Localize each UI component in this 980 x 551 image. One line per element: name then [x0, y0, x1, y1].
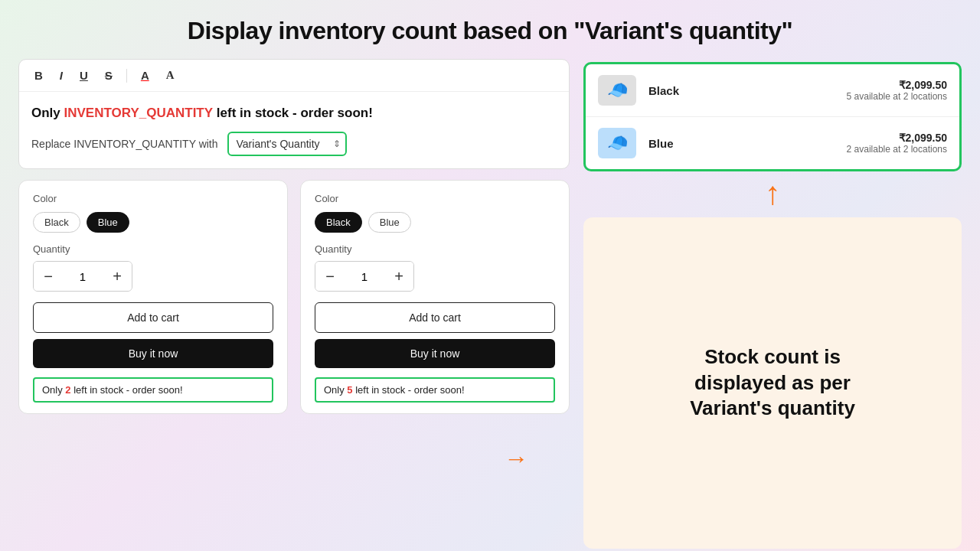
inv-price-block-blue: ₹2,099.50 2 available at 2 locations: [847, 132, 947, 155]
qty-value-right: 1: [345, 270, 384, 283]
inventory-quantity-placeholder: INVENTORY_QUANTITY: [64, 106, 214, 120]
qty-plus-right[interactable]: +: [384, 262, 413, 291]
qty-label-left: Quantity: [33, 243, 273, 255]
add-to-cart-right[interactable]: Add to cart: [315, 302, 555, 333]
stock-badge-left: Only 2 left in stock - order soon!: [33, 377, 273, 403]
stock-badge-right: Only 5 left in stock - order soon!: [315, 377, 555, 403]
replace-select-wrapper[interactable]: Variant's Quantity Total Quantity: [227, 132, 347, 156]
stock-num-right: 5: [347, 384, 352, 396]
inv-price-black: ₹2,099.50: [847, 79, 947, 91]
orange-arrow-right-icon: →: [504, 445, 528, 473]
qty-row-right: − 1 +: [315, 261, 414, 292]
italic-button[interactable]: I: [57, 67, 66, 83]
inv-availability-blue: 2 available at 2 locations: [847, 144, 947, 155]
toolbar-divider: [126, 69, 127, 83]
product-card-right: Color Black Blue Quantity − 1 + Add to c…: [300, 180, 570, 414]
inventory-row-blue: 🧢 Blue ₹2,099.50 2 available at 2 locati…: [586, 116, 959, 169]
qty-minus-left[interactable]: −: [34, 262, 63, 291]
qty-value-left: 1: [63, 270, 103, 283]
product-cards-row: Color Black Blue Quantity − 1 + Add to c…: [18, 180, 570, 414]
inv-name-black: Black: [648, 84, 835, 97]
inv-price-block-black: ₹2,099.50 5 available at 2 locations: [847, 79, 947, 102]
strikethrough-button[interactable]: S: [102, 67, 116, 83]
buy-now-left[interactable]: Buy it now: [33, 339, 273, 368]
font-style-button[interactable]: A: [163, 67, 178, 83]
replace-row: Replace INVENTORY_QUANTITY with Variant'…: [19, 132, 569, 168]
inv-name-blue: Blue: [648, 137, 835, 150]
color-options-left: Black Blue: [33, 212, 273, 233]
color-label-left: Color: [33, 193, 273, 204]
inventory-row-black: 🧢 Black ₹2,099.50 5 available at 2 locat…: [586, 64, 959, 116]
page-title: Display inventory count based on "Varian…: [0, 0, 980, 59]
buy-now-right[interactable]: Buy it now: [315, 339, 555, 368]
add-to-cart-left[interactable]: Add to cart: [33, 302, 273, 333]
editor-toolbar: B I U S A A: [19, 60, 569, 92]
qty-row-left: − 1 +: [33, 261, 132, 292]
inv-img-blue: 🧢: [598, 128, 636, 158]
color-chip-black-left[interactable]: Black: [33, 212, 80, 233]
editor-content: Only INVENTORY_QUANTITY left in stock - …: [19, 92, 569, 132]
color-options-right: Black Blue: [315, 212, 555, 233]
qty-minus-right[interactable]: −: [315, 262, 345, 291]
replace-select[interactable]: Variant's Quantity Total Quantity: [227, 132, 347, 156]
qty-plus-left[interactable]: +: [103, 262, 132, 291]
bold-button[interactable]: B: [31, 67, 46, 83]
inv-availability-black: 5 available at 2 locations: [847, 91, 947, 102]
color-chip-blue-left[interactable]: Blue: [87, 212, 129, 233]
inventory-table: 🧢 Black ₹2,099.50 5 available at 2 locat…: [583, 62, 962, 171]
editor-panel: B I U S A A Only INVENTORY_QUANTITY left…: [18, 59, 570, 169]
info-box: Stock count is displayed as per Variant'…: [583, 217, 962, 549]
qty-label-right: Quantity: [315, 243, 555, 255]
color-chip-black-right[interactable]: Black: [315, 212, 362, 233]
color-label-right: Color: [315, 193, 555, 204]
color-chip-blue-right[interactable]: Blue: [368, 212, 411, 233]
underline-button[interactable]: U: [77, 67, 91, 83]
arrow-up-icon: ↑: [765, 178, 781, 210]
font-color-button[interactable]: A: [138, 67, 152, 83]
inv-img-black: 🧢: [598, 75, 636, 106]
inv-price-blue: ₹2,099.50: [847, 132, 947, 144]
product-card-left: Color Black Blue Quantity − 1 + Add to c…: [18, 180, 288, 414]
stock-num-left: 2: [65, 384, 70, 396]
